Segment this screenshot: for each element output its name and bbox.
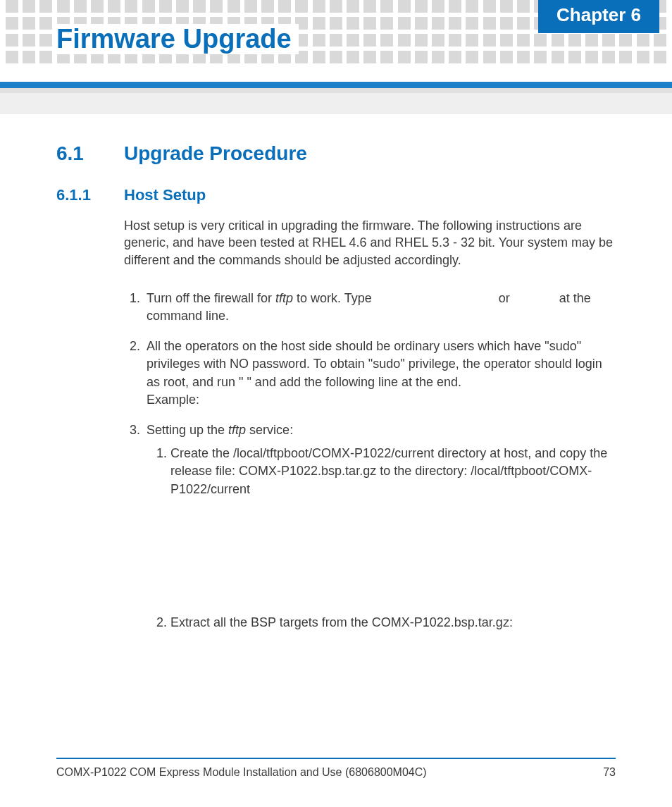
step-3-text-b: service:: [246, 423, 293, 437]
section-title: Upgrade Procedure: [124, 142, 307, 165]
footer: COMX-P1022 COM Express Module Installati…: [56, 758, 616, 779]
step-3-2: Extract all the BSP targets from the COM…: [170, 614, 616, 632]
page-title: Firmware Upgrade: [56, 24, 299, 54]
step-2: All the operators on the host side shoul…: [144, 338, 616, 409]
step-1-text-c: or: [495, 291, 514, 305]
step-1-text-b: to work. Type: [293, 291, 375, 305]
footer-page-number: 73: [603, 766, 616, 779]
header-wash: [0, 93, 672, 114]
step-2-text: All the operators on the host side shoul…: [147, 339, 602, 388]
step-1: Turn off the firewall for tftp to work. …: [144, 290, 616, 325]
step-3: Setting up the tftp service: Create the …: [144, 421, 616, 632]
step-1-text-a: Turn off the firewall for: [147, 291, 275, 305]
footer-doc-title: COMX-P1022 COM Express Module Installati…: [56, 766, 427, 779]
step-3-substeps: Create the /local/tftpboot/COMX-P1022/cu…: [147, 445, 616, 632]
subsection-heading: 6.1.1 Host Setup: [56, 186, 616, 204]
ordered-steps: Turn off the firewall for tftp to work. …: [124, 290, 616, 632]
header-separator: [0, 82, 672, 93]
step-3-italic-tftp: tftp: [228, 423, 246, 437]
subsection-title: Host Setup: [124, 186, 206, 204]
intro-paragraph: Host setup is very critical in upgrading…: [124, 217, 616, 269]
header: Chapter 6 Firmware Upgrade: [0, 0, 672, 68]
content-area: 6.1 Upgrade Procedure 6.1.1 Host Setup H…: [0, 114, 672, 632]
section-heading: 6.1 Upgrade Procedure: [56, 142, 616, 165]
footer-rule: [56, 758, 616, 759]
step-1-italic-tftp: tftp: [275, 291, 293, 305]
section-number: 6.1: [56, 142, 124, 165]
step-3-text-a: Setting up the: [147, 423, 228, 437]
chapter-tab: Chapter 6: [538, 0, 659, 33]
subsection-number: 6.1.1: [56, 186, 124, 204]
step-2-example-label: Example:: [147, 393, 199, 407]
step-3-1: Create the /local/tftpboot/COMX-P1022/cu…: [170, 445, 616, 498]
step-3-gap: [170, 508, 616, 614]
